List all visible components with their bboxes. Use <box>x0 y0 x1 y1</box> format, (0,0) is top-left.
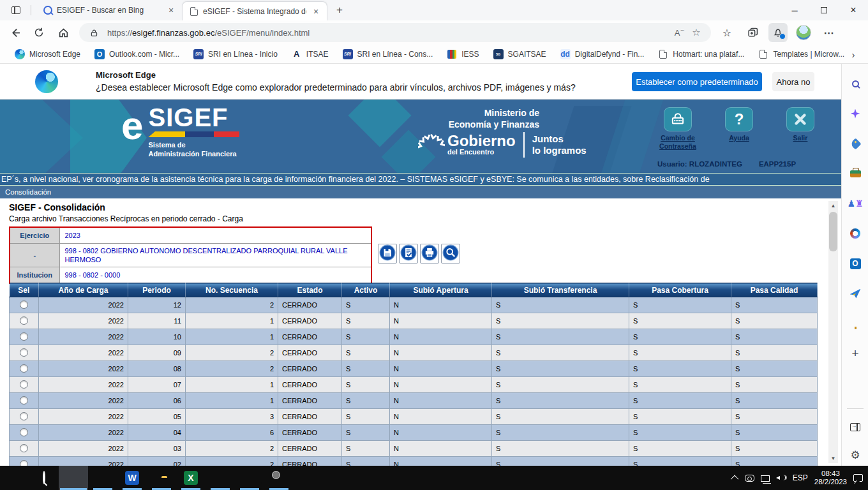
row-radio-button[interactable] <box>20 301 28 309</box>
activo-cell: S <box>342 441 390 457</box>
row-radio-button[interactable] <box>20 380 28 389</box>
bookmark-item[interactable]: SRISRI en Línea - Inicio <box>188 47 283 62</box>
back-icon[interactable] <box>5 23 24 42</box>
bookmark-item[interactable]: OOutlook.com - Micr... <box>89 47 185 62</box>
taskbar-chrome-profile-button[interactable] <box>264 466 294 490</box>
taskbar-search-button[interactable] <box>29 466 59 490</box>
address-bar[interactable]: https://esigef.finanzas.gob.ec/eSIGEF/me… <box>79 23 711 42</box>
volume-icon[interactable] <box>776 474 786 482</box>
sidebar-add-icon[interactable]: + <box>842 343 868 364</box>
taskbar-word-button[interactable]: W <box>117 466 147 490</box>
bookmark-item[interactable]: AITSAE <box>286 47 334 62</box>
password-lock-icon[interactable] <box>664 107 692 131</box>
collections-icon[interactable] <box>743 23 762 42</box>
sidebar-outlook-icon[interactable]: O <box>842 253 868 274</box>
form-label: - <box>10 244 59 267</box>
tray-expand-icon[interactable] <box>731 475 739 483</box>
network-icon[interactable] <box>761 475 770 482</box>
row-radio-button[interactable] <box>20 396 28 405</box>
row-radio-button[interactable] <box>20 332 28 341</box>
sidebar-shopping-icon[interactable] <box>842 133 868 154</box>
ayuda-button[interactable]: ?Ayuda <box>719 107 760 151</box>
sidebar-toolbox-icon[interactable] <box>842 163 868 184</box>
verify-button[interactable] <box>399 244 418 264</box>
row-radio-button[interactable] <box>20 316 28 325</box>
sidebar-copilot-icon[interactable] <box>842 103 868 124</box>
save-button[interactable] <box>378 244 397 264</box>
table-row: 2022101CERRADOSNSSS <box>10 329 818 345</box>
home-icon[interactable] <box>54 23 73 42</box>
scroll-down-icon[interactable]: ▼ <box>828 454 838 463</box>
row-radio-button[interactable] <box>20 412 28 420</box>
sidebar-settings-icon[interactable]: ⚙ <box>842 444 868 466</box>
language-indicator[interactable]: ESP <box>793 473 808 482</box>
add-favorite-icon[interactable]: ☆ <box>688 24 705 41</box>
sidebar-expand-icon[interactable]: › <box>846 47 860 61</box>
maximize-button[interactable] <box>809 0 839 20</box>
favorites-icon[interactable]: ☆ <box>717 23 737 42</box>
transferencia-cell: S <box>492 457 629 466</box>
taskbar-firefox-button[interactable] <box>206 466 235 490</box>
notifications-icon[interactable] <box>768 23 788 42</box>
taskbar-spotify-button[interactable] <box>235 466 264 490</box>
search-button[interactable] <box>441 244 460 264</box>
bookmark-item[interactable]: IESS <box>441 47 484 62</box>
sidebar-drop-icon[interactable] <box>842 283 868 304</box>
scroll-up-icon[interactable]: ▲ <box>828 201 838 211</box>
refresh-icon[interactable] <box>29 23 49 42</box>
bookmark-item[interactable]: Hotmart: una plataf... <box>652 47 750 62</box>
salir-button[interactable]: Salir <box>780 107 821 151</box>
action-label[interactable]: Salir <box>780 134 821 142</box>
secuencia-cell: 6 <box>186 425 278 441</box>
taskbar-start-button[interactable] <box>0 466 29 490</box>
row-radio-button[interactable] <box>20 348 28 357</box>
row-radio-button[interactable] <box>20 364 28 373</box>
action-label[interactable]: Cambio de Contraseña <box>657 134 698 151</box>
new-tab-button[interactable]: + <box>331 2 348 19</box>
minimize-button[interactable]: ─ <box>780 0 809 20</box>
meet-now-icon[interactable] <box>745 475 754 482</box>
tab-bing-search[interactable]: ESIGEF - Buscar en Bing × <box>36 1 182 19</box>
bookmark-item[interactable]: SRISRI en Línea - Cons... <box>337 47 439 62</box>
taskbar-chrome-button[interactable] <box>88 466 117 490</box>
exit-icon[interactable] <box>786 107 814 131</box>
row-radio-button[interactable] <box>20 444 28 452</box>
activo-cell: S <box>342 361 390 377</box>
action-center-icon[interactable] <box>853 474 863 482</box>
cambio-de-contrase-a-button[interactable]: Cambio de Contraseña <box>657 107 698 151</box>
read-aloud-icon[interactable]: A⌒ <box>671 24 688 41</box>
more-menu-icon[interactable]: ⋯ <box>819 23 839 42</box>
secuencia-cell: 1 <box>186 377 278 393</box>
sidebar-search-icon[interactable] <box>842 73 868 94</box>
taskbar-excel-button[interactable]: X <box>176 466 206 490</box>
row-radio-button[interactable] <box>20 460 28 466</box>
print-button[interactable] <box>420 244 439 264</box>
sidebar-tree-icon[interactable] <box>842 313 868 334</box>
help-icon[interactable]: ? <box>725 107 753 131</box>
bookmark-item[interactable]: ddDigitalDefynd - Fin... <box>555 47 650 62</box>
bookmark-item[interactable]: Microsoft Edge <box>9 47 86 62</box>
not-now-button[interactable]: Ahora no <box>772 72 814 91</box>
sidebar-m365-icon[interactable] <box>842 223 868 244</box>
action-label[interactable]: Ayuda <box>719 134 760 142</box>
bookmark-item[interactable]: SGSGAITSAE <box>488 47 552 62</box>
set-default-button[interactable]: Establecer como predeterminado <box>632 72 762 91</box>
results-table: SelAño de CargaPeriodoNo. SecuenciaEstad… <box>9 283 818 466</box>
taskbar-explorer-button[interactable] <box>147 466 176 490</box>
sidebar-games-icon[interactable]: ♟♜ <box>842 193 868 214</box>
close-tab-icon[interactable]: × <box>165 4 177 16</box>
taskbar-edge-button[interactable] <box>59 466 88 490</box>
tab-esigef[interactable]: eSIGEF - Sistema Integrado de Ge × <box>182 1 327 20</box>
close-button[interactable]: × <box>839 0 868 20</box>
bookmark-item[interactable]: Templates | Microw... <box>752 47 850 62</box>
sidebar-open-panel-icon[interactable] <box>842 416 868 438</box>
profile-avatar[interactable] <box>794 23 813 42</box>
lock-icon[interactable] <box>86 24 102 41</box>
clock[interactable]: 08:4328/2/2023 <box>814 470 847 486</box>
close-tab-icon[interactable]: × <box>310 6 322 17</box>
tab-actions-button[interactable] <box>6 3 26 18</box>
scrollbar-thumb[interactable] <box>829 212 837 251</box>
row-radio-button[interactable] <box>20 428 28 436</box>
apertura-cell: N <box>390 457 492 466</box>
content-scrollbar[interactable]: ▲ ▼ <box>828 201 838 463</box>
